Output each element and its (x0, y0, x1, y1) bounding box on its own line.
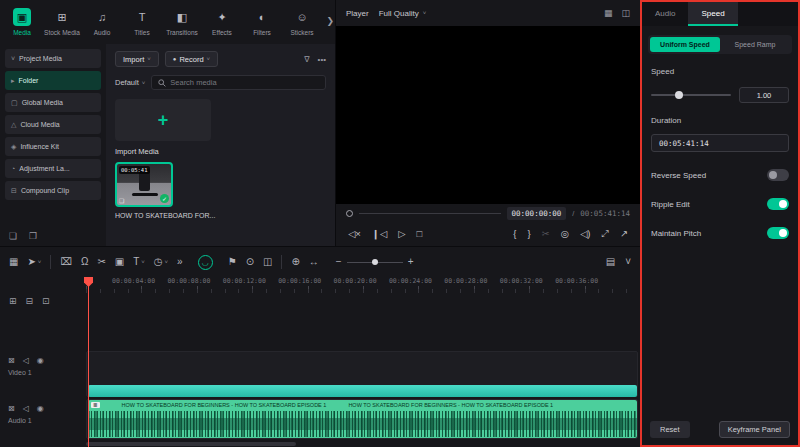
seek-bar[interactable] (359, 213, 501, 214)
tab-audio-properties[interactable]: Audio (642, 2, 688, 26)
play-icon[interactable]: ▷ (398, 229, 405, 239)
search-box[interactable] (151, 75, 326, 90)
uniform-speed-tab[interactable]: Uniform Speed (650, 37, 720, 52)
split-clip-icon[interactable]: ✂ (97, 257, 105, 267)
stop-icon[interactable]: □ (416, 229, 422, 239)
mute-icon[interactable]: ◁× (348, 229, 361, 239)
record-button[interactable]: ● Record ˅ (165, 51, 218, 67)
preview-viewport[interactable] (336, 26, 640, 204)
filter-icon[interactable]: ∇ (304, 55, 309, 64)
quick-text-icon[interactable]: T ˅ (133, 257, 145, 267)
tab-titles[interactable]: T Titles (122, 8, 162, 36)
timeline-ruler[interactable]: 00:00:04:00 00:00:08:00 00:00:12:00 00:0… (86, 277, 640, 293)
select-tool-icon[interactable]: ➤ ˅ (27, 257, 41, 267)
sidebar-item-project-media[interactable]: ˅ Project Media (5, 49, 101, 68)
lock-track-icon[interactable]: ⊠ (8, 404, 15, 413)
tab-effects-label: Effects (212, 29, 232, 36)
more-tabs-icon[interactable]: ❯ (326, 16, 334, 26)
zoom-in-icon[interactable]: + (408, 257, 414, 267)
tab-speed-properties[interactable]: Speed (688, 2, 737, 26)
tab-stickers[interactable]: ☺ Stickers (282, 8, 322, 36)
delete-clip-icon[interactable]: ⌧ (60, 257, 72, 267)
clip-duration-badge: 00:05:41 (119, 166, 150, 174)
sort-dropdown[interactable]: Default ˅ (115, 78, 145, 87)
clip-label-icon: ≣ (91, 402, 100, 408)
voiceover-record-icon[interactable]: ⊙ (246, 257, 254, 267)
speed-properties-panel: Audio Speed Uniform Speed Speed Ramp Spe… (640, 0, 800, 447)
marker-icon[interactable]: ⚑ (228, 257, 237, 267)
previous-frame-icon[interactable]: ❙◁ (372, 229, 387, 239)
view-grid-icon[interactable]: ▦ (604, 8, 613, 18)
current-timecode[interactable]: 00:00:00:00 (507, 207, 567, 220)
sidebar-item-adjustment-layer[interactable]: ◔ Adjustment La... (5, 159, 101, 178)
pop-out-icon[interactable]: ↗ (620, 229, 628, 239)
ripple-edit-toggle[interactable] (767, 198, 789, 210)
keyframe-panel-button[interactable]: Keyframe Panel (719, 421, 790, 438)
tab-stock-media[interactable]: ⊞ Stock Media (42, 8, 82, 36)
new-folder-icon[interactable]: ❏ (9, 231, 17, 241)
quick-split-icon[interactable]: ✂ (542, 229, 550, 239)
link-clips-icon[interactable]: ⊕ (291, 257, 299, 267)
sidebar-item-folder[interactable]: ▸ Folder (5, 71, 101, 90)
zoom-out-icon[interactable]: − (336, 257, 342, 267)
crop-icon[interactable]: ▣ (115, 257, 124, 267)
sidebar-item-label: Compound Clip (21, 187, 69, 194)
tab-effects[interactable]: ✦ Effects (202, 8, 242, 36)
lock-track-icon[interactable]: ⊠ (8, 356, 15, 365)
more-options-icon[interactable]: ••• (318, 55, 326, 64)
speed-tool-icon[interactable]: ◷ ˅ (154, 257, 168, 267)
mute-track-icon[interactable]: ◁ (23, 404, 29, 413)
media-clip-thumbnail[interactable]: 00:05:41 ❏ ✓ (115, 162, 173, 207)
eye-icon[interactable]: ◉ (37, 404, 44, 413)
video-track-header: ⊠ ◁ ◉ Video 1 (0, 351, 86, 397)
reverse-speed-toggle[interactable] (767, 169, 789, 181)
tab-media[interactable]: ▣ Media (2, 8, 42, 36)
speed-slider-knob[interactable] (675, 91, 683, 99)
mark-out-icon[interactable]: } (527, 229, 530, 239)
import-media-tile[interactable]: + (115, 99, 211, 141)
magnet-snap-icon[interactable]: Ω (81, 257, 88, 267)
search-input[interactable] (170, 78, 319, 87)
sidebar-item-global-media[interactable]: ▢ Global Media (5, 93, 101, 112)
speaker-icon[interactable]: ◁) (580, 229, 590, 239)
timeline-horizontal-scrollbar[interactable] (86, 442, 296, 446)
fit-timeline-icon[interactable]: ↔ (309, 257, 319, 267)
zoom-slider-knob[interactable] (372, 259, 378, 265)
plus-icon: + (158, 111, 169, 129)
duration-value-field[interactable]: 00:05:41:14 (651, 134, 789, 152)
maintain-pitch-toggle[interactable] (767, 227, 789, 239)
reset-button[interactable]: Reset (650, 421, 690, 438)
sidebar-item-influence-kit[interactable]: ◈ Influence Kit (5, 137, 101, 156)
workspace-layout-icon[interactable]: ▦ (9, 257, 18, 267)
sidebar-item-compound-clip[interactable]: ⊟ Compound Clip (5, 181, 101, 200)
mark-in-icon[interactable]: { (513, 229, 516, 239)
speed-value-field[interactable]: 1.00 (739, 87, 789, 103)
tab-audio[interactable]: ♫ Audio (82, 8, 122, 36)
playhead-handle[interactable] (346, 210, 353, 217)
tab-transitions[interactable]: ◧ Transitions (162, 8, 202, 36)
tab-filters[interactable]: ◐ Filters (242, 8, 282, 36)
quality-dropdown[interactable]: Full Quality ˅ (379, 9, 427, 18)
sidebar-item-cloud-media[interactable]: △ Cloud Media (5, 115, 101, 134)
collapse-timeline-icon[interactable]: ˅ (625, 257, 631, 267)
ai-copilot-icon[interactable]: ◡ (198, 255, 213, 270)
track-list-view-icon[interactable]: ▤ (606, 257, 615, 267)
add-audio-track-icon[interactable]: ⊟ (26, 296, 34, 306)
audio-clip[interactable]: ≣HOW TO SKATEBOARD FOR BEGINNERS - HOW T… (88, 400, 637, 438)
more-tools-icon[interactable]: » (177, 257, 183, 267)
speed-slider[interactable] (651, 94, 731, 96)
eye-icon[interactable]: ◉ (37, 356, 44, 365)
snapshot-icon[interactable]: ◎ (561, 229, 569, 239)
detach-player-icon[interactable]: ◫ (621, 8, 630, 18)
mute-track-icon[interactable]: ◁ (23, 356, 29, 365)
screen-record-icon[interactable]: ◫ (263, 257, 272, 267)
delete-folder-icon[interactable]: ❐ (29, 231, 37, 241)
zoom-slider[interactable] (347, 262, 403, 263)
manage-tracks-icon[interactable]: ⊡ (42, 296, 50, 306)
add-video-track-icon[interactable]: ⊞ (9, 296, 17, 306)
fullscreen-icon[interactable]: ⤢ (601, 229, 609, 239)
import-button[interactable]: Import ˅ (115, 51, 159, 67)
video-clip[interactable] (88, 385, 637, 397)
timeline-playhead[interactable] (88, 277, 89, 447)
speed-ramp-tab[interactable]: Speed Ramp (720, 37, 790, 52)
